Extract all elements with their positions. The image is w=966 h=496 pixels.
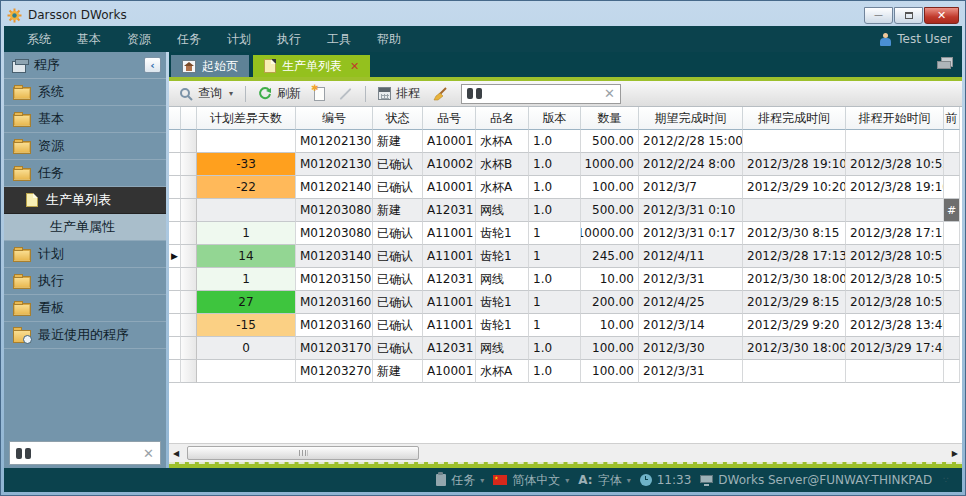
table-row[interactable]: M012032701新建A10001水杯A1.0100.002012/3/31	[169, 360, 962, 383]
app-gear-icon	[7, 8, 22, 23]
column-header[interactable]: 前	[944, 107, 960, 130]
sidebar-item[interactable]: 资源	[4, 133, 166, 160]
row-header-cell	[181, 130, 197, 153]
refresh-icon	[258, 87, 272, 101]
font-icon: A:	[578, 473, 592, 487]
sidebar-item[interactable]: 执行	[4, 268, 166, 295]
column-header[interactable]: 品名	[476, 107, 529, 130]
column-header[interactable]: 排程开始时间	[846, 107, 944, 130]
row-indicator-cell	[169, 291, 181, 314]
table-row[interactable]: ▶14M012031402已确认A11001齿轮11245.002012/4/1…	[169, 245, 962, 268]
cell-extra	[944, 314, 960, 337]
cell-sched_start: 2012/3/28 10:52	[846, 153, 944, 176]
sidebar-item[interactable]: 基本	[4, 106, 166, 133]
toolbar-separator	[245, 86, 246, 102]
cell-item_name: 齿轮1	[476, 245, 529, 268]
cell-extra	[944, 130, 960, 153]
window-list-icon[interactable]	[937, 57, 953, 69]
column-header[interactable]: 状态	[373, 107, 423, 130]
table-row[interactable]: -22M012021401已确认A10001水杯A1.0100.002012/3…	[169, 176, 962, 199]
scroll-left-icon[interactable]: ◀	[169, 444, 183, 462]
scrollbar-thumb[interactable]	[187, 446, 419, 460]
sidebar-collapse-button[interactable]: ‹	[144, 57, 161, 73]
table-row[interactable]: -15M012031602已确认A11001齿轮1110.002012/3/14…	[169, 314, 962, 337]
cell-version: 1.0	[529, 176, 581, 199]
menu-item[interactable]: 计划	[214, 26, 264, 53]
maximize-button[interactable]	[894, 7, 923, 24]
table-row[interactable]: 1M012030802已确认A11001齿轮1110000.002012/3/3…	[169, 222, 962, 245]
cell-sched_end: 2012/3/30 18:00	[743, 268, 846, 291]
menu-item[interactable]: 系统	[14, 26, 64, 53]
user-badge[interactable]: Test User	[880, 32, 952, 46]
sidebar-item[interactable]: 最近使用的程序	[4, 322, 166, 349]
toolbar-search-clear-icon[interactable]: ✕	[604, 87, 615, 100]
sidebar-item-label: 系统	[38, 83, 64, 101]
sidebar-item[interactable]: 看板	[4, 295, 166, 322]
sidebar-item[interactable]: 任务	[4, 160, 166, 187]
scroll-right-icon[interactable]: ▶	[948, 444, 962, 462]
column-header[interactable]: 计划差异天数	[197, 107, 296, 130]
table-row[interactable]: M012030801新建A12031网线1.0500.002012/3/31 0…	[169, 199, 962, 222]
menu-item[interactable]: 基本	[64, 26, 114, 53]
table-row[interactable]: 0M012031701已确认A12031网线1.0100.002012/3/30…	[169, 337, 962, 360]
refresh-button[interactable]: 刷新	[255, 83, 304, 104]
tab-start-page[interactable]: 起始页	[171, 55, 249, 77]
schedule-button[interactable]: 排程	[375, 83, 423, 104]
menu-item[interactable]: 工具	[314, 26, 364, 53]
font-selector[interactable]: A: 字体 ▾	[578, 472, 630, 489]
column-header[interactable]: 期望完成时间	[639, 107, 743, 130]
sidebar-item[interactable]: 系统	[4, 79, 166, 106]
minimize-button[interactable]: —	[864, 7, 893, 24]
cell-extra	[944, 360, 960, 383]
sidebar-item[interactable]: 生产单属性	[4, 214, 166, 241]
column-header[interactable]	[169, 107, 181, 130]
tab-production-order-list[interactable]: 生产单列表 ✕	[253, 55, 370, 77]
time-text: 11:33	[657, 473, 692, 487]
column-header[interactable]	[181, 107, 197, 130]
edit-button[interactable]	[335, 91, 356, 97]
column-header[interactable]: 编号	[296, 107, 373, 130]
task-status-button[interactable]: 任务 ▾	[436, 472, 484, 489]
sidebar-item[interactable]: 生产单列表	[4, 187, 166, 214]
cell-status: 新建	[373, 130, 423, 153]
cell-version: 1	[529, 291, 581, 314]
cell-sched_start: 2012/3/29 17:46	[846, 337, 944, 360]
table-row[interactable]: M012021301新建A10001水杯A1.0500.002012/2/28 …	[169, 130, 962, 153]
cell-qty: 200.00	[581, 291, 639, 314]
cell-code: M012021302	[296, 153, 373, 176]
cell-version: 1.0	[529, 199, 581, 222]
horizontal-scrollbar[interactable]: ◀ ▶	[169, 443, 962, 462]
menu-item[interactable]: 帮助	[364, 26, 414, 53]
new-button[interactable]	[311, 85, 328, 103]
sidebar-search-clear-icon[interactable]: ✕	[143, 447, 154, 460]
toolbar-search-input[interactable]	[487, 87, 599, 101]
column-header[interactable]: 排程完成时间	[743, 107, 846, 130]
clean-button[interactable]	[430, 85, 451, 103]
cell-diff	[197, 360, 296, 383]
table-row[interactable]: 27M012031601已确认A11001齿轮11200.002012/4/25…	[169, 291, 962, 314]
column-header[interactable]: 品号	[423, 107, 476, 130]
close-button[interactable]: ✕	[924, 7, 959, 24]
cell-due: 2012/3/14	[639, 314, 743, 337]
cell-diff	[197, 199, 296, 222]
cell-item_no: A12031	[423, 268, 476, 291]
cell-version: 1	[529, 245, 581, 268]
sidebar-item[interactable]: 计划	[4, 241, 166, 268]
menu-item[interactable]: 资源	[114, 26, 164, 53]
tab-close-icon[interactable]: ✕	[350, 60, 359, 73]
resize-grip[interactable]: ∵	[943, 475, 950, 485]
menu-item[interactable]: 执行	[264, 26, 314, 53]
query-button[interactable]: 查询 ▾	[176, 83, 236, 104]
china-flag-icon	[493, 475, 507, 485]
column-header[interactable]: 版本	[529, 107, 581, 130]
title-bar[interactable]: Darsson DWorks — ✕	[4, 4, 962, 26]
cell-item_no: A11001	[423, 291, 476, 314]
table-row[interactable]: 1M012031501已确认A12031网线1.010.002012/3/312…	[169, 268, 962, 291]
sidebar-search-input[interactable]	[37, 446, 137, 460]
clipboard-icon	[436, 474, 446, 486]
language-selector[interactable]: 简体中文 ▾	[493, 472, 569, 489]
table-row[interactable]: -33M012021302已确认A10002水杯B1.01000.002012/…	[169, 153, 962, 176]
column-header[interactable]: 数量	[581, 107, 639, 130]
menu-item[interactable]: 任务	[164, 26, 214, 53]
cell-diff: 14	[197, 245, 296, 268]
